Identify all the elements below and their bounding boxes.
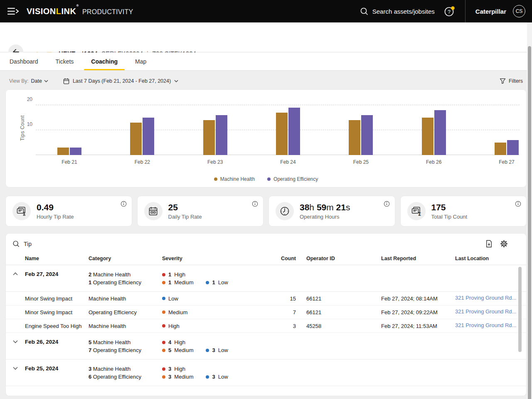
- tip-operator-id: 66121: [296, 296, 381, 302]
- kpi-text: 0.49Hourly Tip Rate: [37, 202, 74, 220]
- chart-y-axis-label: Tips Count: [20, 115, 25, 141]
- svg-text:Σ: Σ: [418, 212, 421, 217]
- severity-dot: [162, 297, 165, 300]
- category-summary-machine-health: 2 Machine Health: [89, 271, 162, 278]
- table-search-input[interactable]: [24, 241, 148, 247]
- tab-map[interactable]: Map: [126, 52, 155, 70]
- column-header-last-location[interactable]: Last Location: [455, 256, 526, 261]
- legend-item-machine-health[interactable]: Machine Health: [214, 176, 255, 182]
- table-header-row: NameCategorySeverityCountOperator IDLast…: [6, 252, 526, 265]
- bar-machine-health-feb-27[interactable]: [495, 143, 506, 155]
- tip-category: Operating Efficiency: [89, 309, 162, 315]
- category-summary-operating-efficiency: 1 Operating Efficiency: [89, 278, 162, 286]
- severity-summary-high: 1High: [162, 271, 185, 278]
- tab-coaching[interactable]: Coaching: [82, 52, 126, 70]
- table-search[interactable]: [12, 240, 485, 247]
- bar-machine-health-feb-21[interactable]: [57, 148, 69, 155]
- column-header-count[interactable]: Count: [277, 256, 296, 261]
- kpi-text: 25Daily Tip Rate: [168, 202, 202, 220]
- column-header-name[interactable]: Name: [25, 256, 89, 261]
- kpi-label: Operating Hours: [300, 214, 350, 220]
- chart-legend: Machine HealthOperating Efficiency: [6, 176, 526, 182]
- tip-row[interactable]: Minor Swing ImpactOperating EfficiencyMe…: [6, 305, 526, 319]
- severity-dot: [162, 349, 165, 352]
- bar-machine-health-feb-25[interactable]: [349, 120, 360, 155]
- info-icon[interactable]: [252, 201, 258, 207]
- bar-operating-efficiency-feb-24[interactable]: [288, 108, 300, 155]
- view-by-select[interactable]: Date: [31, 78, 48, 84]
- legend-item-operating-efficiency[interactable]: Operating Efficiency: [267, 176, 318, 182]
- severity-summary-low: 3Low: [206, 346, 228, 354]
- bar-group-feb-27: [495, 101, 519, 155]
- asset-header: HEXTest1234 SERLFK00004 | Z28 SITFK1234 …: [0, 22, 532, 52]
- global-search[interactable]: Search assets/jobsites: [360, 7, 435, 15]
- help-icon[interactable]: ?: [444, 6, 455, 17]
- bar-machine-health-feb-23[interactable]: [203, 120, 215, 155]
- bar-machine-health-feb-26[interactable]: [422, 118, 433, 155]
- info-icon[interactable]: [515, 201, 521, 207]
- bar-group-feb-25: [349, 101, 373, 155]
- tab-tickets[interactable]: Tickets: [47, 52, 83, 70]
- total-tip-count-icon: Σ: [407, 202, 426, 220]
- date-range-select[interactable]: Last 7 Days (Feb 21, 2024 - Feb 27, 2024…: [63, 78, 178, 84]
- bar-operating-efficiency-feb-23[interactable]: [216, 115, 227, 155]
- tip-row[interactable]: Engine Speed Too HighMachine HealthHigh3…: [6, 319, 526, 333]
- tip-count: 15: [277, 296, 296, 302]
- kpi-label: Total Tip Count: [431, 214, 468, 220]
- bar-operating-efficiency-feb-26[interactable]: [434, 110, 446, 155]
- legend-dot: [214, 177, 217, 181]
- group-category-summary: 5 Machine Health7 Operating Efficiency: [89, 338, 162, 354]
- info-icon[interactable]: [121, 201, 127, 207]
- chevron-down-icon: [44, 80, 48, 82]
- location-link[interactable]: 321 Proving Ground Rd...: [455, 295, 516, 301]
- tip-row[interactable]: Minor Swing ImpactMachine HealthLow15661…: [6, 292, 526, 305]
- filters-button[interactable]: Filters: [500, 78, 523, 84]
- export-icon[interactable]: [485, 240, 493, 248]
- x-tick-label: Feb 26: [415, 159, 453, 165]
- tip-name: Engine Speed Too High: [25, 323, 89, 329]
- gear-icon[interactable]: [500, 240, 508, 248]
- location-link[interactable]: 321 Proving Ground Rd...: [455, 322, 516, 328]
- severity-summary-medium: 5Medium: [162, 346, 193, 354]
- bar-machine-health-feb-24[interactable]: [276, 113, 288, 155]
- chevron-down-icon[interactable]: [6, 365, 25, 370]
- avatar[interactable]: CS: [513, 5, 525, 17]
- column-header-category[interactable]: Category: [89, 256, 162, 261]
- severity-line-1: 3High: [162, 365, 277, 373]
- kpi-label: Hourly Tip Rate: [37, 214, 74, 220]
- kpi-text: 175Total Tip Count: [431, 202, 468, 220]
- chevron-up-icon[interactable]: [6, 271, 25, 276]
- table-scrollbar[interactable]: [518, 267, 522, 352]
- bar-operating-efficiency-feb-21[interactable]: [70, 148, 81, 155]
- bar-operating-efficiency-feb-22[interactable]: [143, 118, 154, 155]
- group-row-feb-27-2024[interactable]: Feb 27, 20242 Machine Health1 Operating …: [6, 265, 526, 292]
- x-tick-label: Feb 25: [342, 159, 379, 165]
- funnel-icon: [500, 78, 506, 84]
- legend-dot: [267, 177, 271, 181]
- severity-summary-high: 3High: [162, 365, 185, 373]
- calendar-icon: [63, 78, 69, 84]
- severity-summary-medium: 3Medium: [162, 373, 193, 381]
- x-tick-label: Feb 21: [51, 159, 88, 165]
- tip-severity: High: [162, 323, 277, 329]
- tab-dashboard[interactable]: Dashboard: [1, 52, 47, 70]
- group-row-feb-25-2024[interactable]: Feb 25, 20243 Machine Health6 Operating …: [6, 360, 526, 386]
- hamburger-menu-icon[interactable]: [7, 6, 21, 17]
- column-header-last-reported[interactable]: Last Reported: [381, 256, 455, 261]
- tip-severity: Medium: [162, 309, 277, 315]
- column-header-severity[interactable]: Severity: [162, 256, 277, 261]
- tip-count: 3: [277, 323, 296, 329]
- account-name[interactable]: Caterpillar: [475, 8, 506, 15]
- group-category-summary: 2 Machine Health1 Operating Efficiency: [89, 271, 162, 286]
- page-scrollbar-thumb[interactable]: [528, 46, 531, 399]
- bar-operating-efficiency-feb-25[interactable]: [361, 115, 373, 155]
- group-severity-summary: 1High1Medium1Low: [162, 271, 277, 286]
- chevron-down-icon[interactable]: [6, 338, 25, 343]
- column-header-operator-id[interactable]: Operator ID: [296, 256, 381, 261]
- group-row-feb-26-2024[interactable]: Feb 26, 20245 Machine Health7 Operating …: [6, 333, 526, 360]
- topbar-divider: [465, 0, 466, 22]
- bar-machine-health-feb-22[interactable]: [130, 123, 142, 155]
- location-link[interactable]: 321 Proving Ground Rd...: [455, 308, 516, 315]
- bar-operating-efficiency-feb-27[interactable]: [507, 140, 519, 155]
- info-icon[interactable]: [384, 201, 390, 207]
